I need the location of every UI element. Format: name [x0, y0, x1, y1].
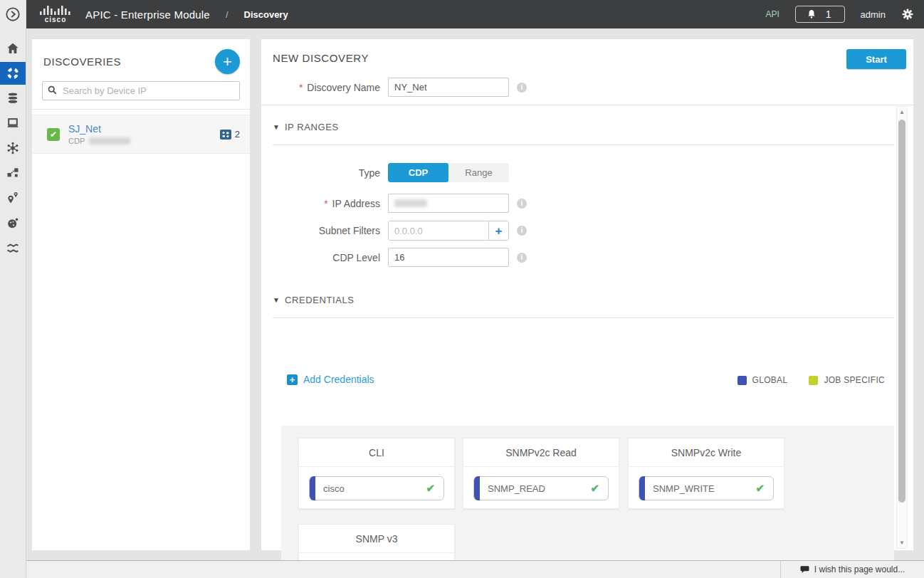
- device-count-value: 2: [235, 129, 240, 140]
- global-scope-bar: [639, 476, 645, 500]
- nav-swim-lanes[interactable]: [0, 236, 26, 259]
- breadcrumb-separator: /: [226, 9, 229, 20]
- add-credentials-link[interactable]: + Add Credentials: [287, 374, 374, 385]
- page-title: NEW DISCOVERY: [273, 52, 369, 64]
- info-icon[interactable]: i: [517, 253, 527, 263]
- left-icon-rail: [0, 28, 26, 578]
- laptop-icon: [6, 116, 20, 130]
- app-title: APIC - Enterprise Module: [85, 9, 210, 21]
- check-icon: ✔: [426, 482, 435, 495]
- discoveries-panel: DISCOVERIES + ✔ SJ_Net CDP: [32, 39, 250, 550]
- nav-path-trace[interactable]: [0, 162, 26, 184]
- redacted-ip-value: [394, 199, 427, 207]
- cdp-level-label: CDP Level: [261, 252, 388, 263]
- vertical-scrollbar[interactable]: ▲ ▼: [896, 106, 908, 549]
- notifications-button[interactable]: 1: [795, 6, 845, 23]
- collapse-triangle-icon: ▼: [273, 296, 280, 304]
- card-title: CLI: [299, 438, 454, 467]
- chevron-right-circle-icon: [5, 6, 21, 22]
- header-actions: API 1 admin: [765, 0, 914, 28]
- legend-job-specific: JOB SPECIFIC: [809, 375, 885, 385]
- credential-card-snmpv2c-read: SNMPv2c Read SNMP_READ ✔: [463, 438, 619, 509]
- nav-locations[interactable]: [0, 186, 26, 209]
- legend-global: GLOBAL: [737, 375, 788, 385]
- nav-host-inventory[interactable]: [0, 112, 26, 135]
- feedback-link[interactable]: I wish this page would...: [780, 560, 924, 578]
- bell-icon: [806, 9, 817, 20]
- nav-topology[interactable]: [0, 137, 26, 159]
- add-discovery-button[interactable]: +: [215, 49, 240, 74]
- ip-address-input[interactable]: [388, 194, 509, 213]
- discovery-name-link[interactable]: SJ_Net: [68, 123, 220, 135]
- cisco-wordmark: cisco: [45, 16, 67, 23]
- breadcrumb: cisco APIC - Enterprise Module / Discove…: [40, 0, 288, 28]
- subnet-filters-input[interactable]: [389, 221, 488, 240]
- credential-chip-snmp-read[interactable]: SNMP_READ ✔: [473, 476, 609, 500]
- cisco-logo: cisco: [40, 6, 71, 23]
- subnet-filters-field: +: [388, 221, 509, 241]
- search-input[interactable]: [42, 81, 240, 100]
- info-icon[interactable]: i: [517, 199, 527, 209]
- info-icon[interactable]: i: [517, 226, 527, 236]
- nav-device-inventory[interactable]: [0, 87, 26, 110]
- expand-sidebar-button[interactable]: [0, 0, 26, 28]
- discovery-dashed-circle-icon: [6, 66, 20, 80]
- section-divider: [273, 317, 894, 318]
- discovery-list-item[interactable]: ✔ SJ_Net CDP 2: [32, 115, 250, 154]
- ip-ranges-section-header[interactable]: ▼ IP RANGES: [273, 122, 339, 132]
- global-scope-bar: [310, 476, 315, 500]
- credentials-cards-area: CLI cisco ✔ SNMPv2c Read: [281, 426, 894, 578]
- nav-discovery-active[interactable]: [0, 62, 26, 85]
- card-title: SNMPv2c Write: [629, 438, 784, 467]
- discoveries-title: DISCOVERIES: [43, 56, 121, 68]
- credential-card-cli: CLI cisco ✔: [298, 438, 455, 509]
- credential-chip-cli[interactable]: cisco ✔: [309, 476, 444, 500]
- check-icon: ✔: [590, 482, 599, 495]
- form-scroll-area: ▼ IP RANGES Type CDP Range * IP Address …: [261, 105, 913, 550]
- type-label: Type: [261, 167, 388, 179]
- info-icon[interactable]: i: [517, 83, 527, 93]
- settings-gear-icon[interactable]: [901, 8, 914, 21]
- cdp-level-input[interactable]: [388, 248, 509, 267]
- api-link[interactable]: API: [765, 9, 779, 19]
- type-option-cdp[interactable]: CDP: [388, 163, 448, 182]
- check-icon: ✔: [755, 482, 765, 495]
- speech-bubble-icon: [800, 565, 809, 574]
- footer-bar: I wish this page would...: [26, 560, 924, 578]
- credentials-section-header[interactable]: ▼ CREDENTIALS: [273, 295, 355, 305]
- scroll-up-arrow[interactable]: ▲: [897, 109, 907, 115]
- divider: [32, 109, 250, 110]
- redacted-discovery-target: [89, 137, 130, 144]
- discovery-name-input[interactable]: [388, 78, 509, 97]
- global-color-swatch: [737, 376, 747, 385]
- top-header-bar: cisco APIC - Enterprise Module / Discove…: [0, 0, 924, 28]
- credential-card-snmpv2c-write: SNMPv2c Write SNMP_WRITE ✔: [628, 438, 784, 509]
- collapse-triangle-icon: ▼: [273, 123, 280, 131]
- subnet-filters-label: Subnet Filters: [261, 225, 388, 236]
- add-subnet-filter-button[interactable]: +: [488, 221, 508, 240]
- nav-home[interactable]: [0, 37, 26, 60]
- breadcrumb-current-page: Discovery: [244, 9, 288, 20]
- user-menu[interactable]: admin: [861, 9, 886, 20]
- plus-square-icon: +: [287, 374, 298, 385]
- card-title: SNMP v3: [299, 525, 454, 553]
- credential-chip-snmp-write[interactable]: SNMP_WRITE ✔: [639, 476, 774, 500]
- discovery-success-check-icon: ✔: [47, 128, 60, 141]
- start-button[interactable]: Start: [846, 49, 906, 69]
- path-trace-icon: [6, 166, 20, 180]
- type-toggle: CDP Range: [388, 163, 509, 182]
- discovery-type-label: CDP: [68, 137, 85, 145]
- sphere-cluster-icon: [6, 216, 20, 230]
- type-option-range[interactable]: Range: [448, 163, 509, 182]
- required-asterisk: *: [299, 82, 303, 93]
- scroll-down-arrow[interactable]: ▼: [897, 540, 907, 546]
- discovery-search: [42, 81, 240, 100]
- nav-iwan[interactable]: [0, 211, 26, 234]
- discovery-name-label: * Discovery Name: [261, 82, 388, 93]
- scrollbar-thumb[interactable]: [898, 120, 905, 503]
- home-icon: [6, 41, 20, 56]
- credentials-title: CREDENTIALS: [285, 295, 355, 305]
- section-divider: [273, 144, 894, 145]
- database-stack-icon: [6, 91, 20, 105]
- job-specific-color-swatch: [809, 376, 818, 385]
